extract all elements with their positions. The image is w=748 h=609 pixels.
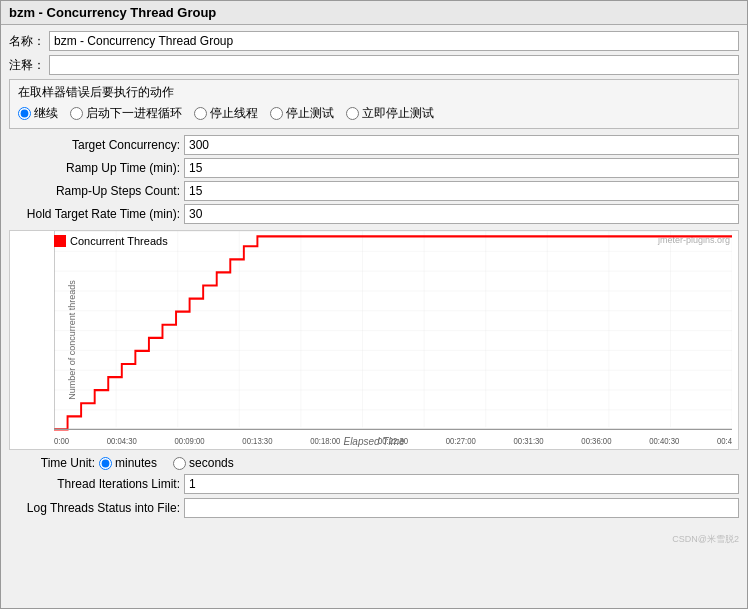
svg-text:00:40:30: 00:40:30 (649, 436, 680, 446)
name-row: 名称： (9, 31, 739, 51)
legend-label: Concurrent Threads (70, 235, 168, 247)
error-section-title: 在取样器错误后要执行的动作 (18, 84, 730, 101)
window-title: bzm - Concurrency Thread Group (9, 5, 216, 20)
name-label: 名称： (9, 33, 49, 50)
time-unit-seconds-label: seconds (189, 456, 234, 470)
svg-text:00:09:00: 00:09:00 (175, 436, 206, 446)
chart-svg: 300 270 240 210 180 150 120 90 60 30 0 0… (54, 231, 732, 449)
radio-stop-test-now-label: 立即停止测试 (362, 105, 434, 122)
y-axis-label: Number of concurrent threads (67, 280, 77, 400)
ramp-up-time-label: Ramp Up Time (min): (9, 161, 184, 175)
radio-stop-thread-label: 停止线程 (210, 105, 258, 122)
radio-stop-test-now[interactable]: 立即停止测试 (346, 105, 434, 122)
svg-rect-0 (54, 231, 732, 427)
thread-iterations-input[interactable] (184, 474, 739, 494)
radio-stop-test-label: 停止测试 (286, 105, 334, 122)
svg-text:00:31:30: 00:31:30 (514, 436, 545, 446)
ramp-up-time-input[interactable] (184, 158, 739, 178)
log-threads-label: Log Threads Status into File: (9, 501, 184, 515)
time-unit-minutes-label: minutes (115, 456, 157, 470)
log-threads-input[interactable] (184, 498, 739, 518)
ramp-up-steps-input[interactable] (184, 181, 739, 201)
error-section: 在取样器错误后要执行的动作 继续 启动下一进程循环 停止线程 停止测试 (9, 79, 739, 129)
comment-input[interactable] (49, 55, 739, 75)
comment-label: 注释： (9, 57, 49, 74)
target-concurrency-row: Target Concurrency: (9, 135, 739, 155)
log-threads-row: Log Threads Status into File: (9, 498, 739, 518)
title-bar: bzm - Concurrency Thread Group (1, 1, 747, 25)
target-concurrency-input[interactable] (184, 135, 739, 155)
hold-target-label: Hold Target Rate Time (min): (9, 207, 184, 221)
x-axis-label: Elapsed Time (343, 436, 404, 447)
hold-target-input[interactable] (184, 204, 739, 224)
time-unit-minutes[interactable]: minutes (99, 456, 157, 470)
radio-continue[interactable]: 继续 (18, 105, 58, 122)
radio-stop-test[interactable]: 停止测试 (270, 105, 334, 122)
svg-text:00:36:00: 00:36:00 (581, 436, 612, 446)
main-window: bzm - Concurrency Thread Group 名称： 注释： 在… (0, 0, 748, 609)
radio-continue-label: 继续 (34, 105, 58, 122)
target-concurrency-label: Target Concurrency: (9, 138, 184, 152)
radio-next-loop-label: 启动下一进程循环 (86, 105, 182, 122)
hold-target-row: Hold Target Rate Time (min): (9, 204, 739, 224)
chart-container: jmeter-plugins.org Concurrent Threads 30… (9, 230, 739, 450)
svg-text:00:45:00: 00:45:00 (717, 436, 732, 446)
svg-text:00:13:30: 00:13:30 (242, 436, 273, 446)
ramp-up-time-row: Ramp Up Time (min): (9, 158, 739, 178)
ramp-up-steps-label: Ramp-Up Steps Count: (9, 184, 184, 198)
time-unit-label: Time Unit: (9, 456, 99, 470)
name-input[interactable] (49, 31, 739, 51)
svg-text:00:04:30: 00:04:30 (107, 436, 138, 446)
thread-iterations-row: Thread Iterations Limit: (9, 474, 739, 494)
svg-text:00:00:00: 00:00:00 (54, 436, 69, 446)
radio-stop-thread[interactable]: 停止线程 (194, 105, 258, 122)
svg-text:00:27:00: 00:27:00 (446, 436, 477, 446)
error-radio-group: 继续 启动下一进程循环 停止线程 停止测试 立即停止测试 (18, 105, 730, 122)
radio-next-loop[interactable]: 启动下一进程循环 (70, 105, 182, 122)
legend-color-box (54, 235, 66, 247)
thread-iterations-label: Thread Iterations Limit: (9, 477, 184, 491)
watermark: CSDN@米雪脱2 (672, 533, 739, 546)
time-unit-seconds[interactable]: seconds (173, 456, 234, 470)
ramp-up-steps-row: Ramp-Up Steps Count: (9, 181, 739, 201)
time-unit-row: Time Unit: minutes seconds (9, 456, 739, 470)
svg-text:00:18:00: 00:18:00 (310, 436, 341, 446)
comment-row: 注释： (9, 55, 739, 75)
chart-legend: Concurrent Threads (54, 235, 168, 247)
